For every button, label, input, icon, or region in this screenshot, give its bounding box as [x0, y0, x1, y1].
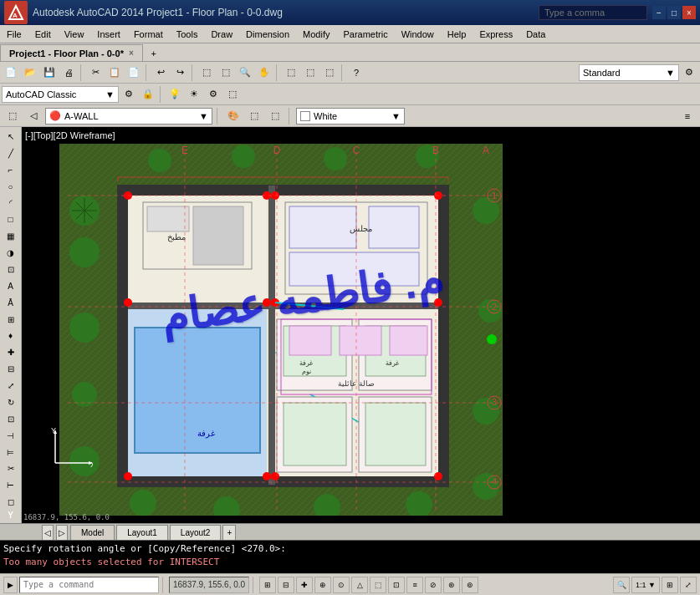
paste-button[interactable]: 📄 [125, 64, 143, 82]
layout2-tab[interactable]: Layout2 [170, 525, 222, 540]
layer-linetype-button[interactable]: ⬚ [245, 107, 263, 125]
otrack-button[interactable]: △ [351, 577, 368, 593]
undo-button[interactable]: ↩ [151, 64, 170, 82]
region-tool[interactable]: ⊡ [2, 262, 20, 277]
workspace-lock-button[interactable]: 🔒 [139, 85, 157, 104]
mirror-tool[interactable]: ⊣ [2, 428, 20, 444]
save-button[interactable]: 💾 [40, 64, 59, 82]
matchprop-button[interactable]: ⬚ [197, 64, 216, 82]
tab-close-button[interactable]: × [129, 48, 134, 58]
lineweight-button[interactable]: ≡ [406, 577, 423, 593]
scale-tool[interactable]: ⊡ [2, 411, 20, 427]
workspace-dropdown[interactable]: AutoCAD Classic ▼ [2, 86, 119, 103]
line-tool[interactable]: ╱ [2, 145, 20, 161]
plot-button[interactable]: ⬚ [301, 64, 319, 82]
copy-tool[interactable]: ⊟ [2, 361, 20, 377]
rectangle-tool[interactable]: □ [2, 211, 20, 227]
rotate-tool[interactable]: ↻ [2, 394, 20, 410]
text-tool[interactable]: A [2, 278, 20, 294]
hatch-tool[interactable]: ▦ [2, 228, 20, 244]
command-input-toggle[interactable]: ▶ [3, 577, 18, 593]
ortho-button[interactable]: ✚ [296, 577, 313, 593]
document-tab[interactable]: Project1 - Floor Plan - 0-0* × [0, 44, 143, 61]
ducs-button[interactable]: ⬚ [370, 577, 386, 593]
polar-button[interactable]: ⊕ [314, 577, 331, 593]
menu-dimension[interactable]: Dimension [239, 25, 296, 43]
snap-button[interactable]: ⊟ [278, 577, 294, 593]
canvas-area[interactable]: [-][Top][2D Wireframe] [22, 127, 700, 523]
layer-previous-button[interactable]: ◁ [24, 107, 43, 125]
layers-button[interactable]: ⬚ [223, 85, 242, 104]
pan-button[interactable]: ✋ [255, 64, 273, 82]
plotstyle-button[interactable]: ⬚ [282, 64, 300, 82]
extend-tool[interactable]: ⊢ [2, 477, 20, 493]
menu-data[interactable]: Data [519, 25, 552, 43]
menu-view[interactable]: View [58, 25, 91, 43]
add-layout-button[interactable]: + [222, 525, 236, 540]
pick-tool[interactable]: ↖ [2, 129, 20, 145]
copy-button[interactable]: 📋 [105, 64, 124, 82]
new-tab-button[interactable]: + [146, 46, 161, 61]
zoom-button[interactable]: 🔍 [236, 64, 254, 82]
grid-snap-button[interactable]: ⊞ [259, 577, 276, 593]
minimize-button[interactable]: − [652, 6, 666, 19]
menu-file[interactable]: File [0, 25, 28, 43]
layer-extra-button[interactable]: ≡ [678, 107, 697, 125]
annotation-scale-button[interactable]: 🔍 [613, 577, 630, 593]
redo-button[interactable]: ↪ [171, 64, 189, 82]
gear-button[interactable]: ⚙ [204, 85, 222, 104]
open-file-button[interactable]: 📂 [21, 64, 39, 82]
menu-parametric[interactable]: Parametric [336, 25, 394, 43]
menu-express[interactable]: Express [473, 25, 519, 43]
osnap-button[interactable]: ⊙ [333, 577, 350, 593]
layer-color-button[interactable]: 🎨 [224, 107, 243, 125]
workspace-switch[interactable]: ⊞ [662, 577, 678, 593]
menu-help[interactable]: Help [441, 25, 473, 43]
stretch-tool[interactable]: ⤢ [2, 378, 20, 394]
bulb-button[interactable]: 💡 [166, 85, 184, 104]
menu-format[interactable]: Format [127, 25, 170, 43]
tab-scroll-left[interactable]: ◁ [42, 525, 54, 540]
clean-screen-button[interactable]: ⤢ [680, 577, 697, 593]
close-button[interactable]: × [682, 6, 696, 19]
style-settings-button[interactable]: ⚙ [680, 64, 698, 82]
layer-lineweight-button[interactable]: ⬚ [266, 107, 284, 125]
transparency-button[interactable]: ⊘ [425, 577, 442, 593]
new-file-button[interactable]: 📄 [2, 64, 20, 82]
trim-tool[interactable]: ✂ [2, 461, 20, 477]
move-tool[interactable]: ✚ [2, 344, 20, 360]
render-button[interactable]: ⬚ [320, 64, 339, 82]
selcycling-button[interactable]: ⊚ [462, 577, 478, 593]
mtext-tool[interactable]: Ā [2, 295, 20, 311]
layer-dropdown[interactable]: 🔴 A-WALL ▼ [45, 108, 212, 125]
command-input[interactable] [19, 577, 159, 593]
maximize-button[interactable]: □ [667, 6, 681, 19]
autoscale-button[interactable]: ⬚ [217, 64, 235, 82]
sun-button[interactable]: ☀ [185, 85, 203, 104]
menu-insert[interactable]: Insert [90, 25, 127, 43]
viewport-scale[interactable]: 1:1 ▼ [631, 577, 660, 593]
print-button[interactable]: 🖨 [59, 64, 78, 82]
model-tab[interactable]: Model [70, 525, 115, 540]
style-dropdown[interactable]: Standard ▼ [579, 64, 679, 81]
circle-tool[interactable]: ○ [2, 179, 20, 195]
arc-tool[interactable]: ◜ [2, 196, 20, 211]
color-dropdown[interactable]: White ▼ [296, 108, 405, 125]
search-input[interactable] [539, 5, 647, 20]
gradient-tool[interactable]: ◑ [2, 245, 20, 261]
help-button[interactable]: ? [347, 64, 365, 82]
menu-edit[interactable]: Edit [28, 25, 58, 43]
qprops-button[interactable]: ⊛ [443, 577, 460, 593]
dyn-button[interactable]: ⊡ [388, 577, 405, 593]
menu-window[interactable]: Window [395, 25, 441, 43]
erase-tool[interactable]: ◻ [2, 494, 20, 510]
menu-modify[interactable]: Modify [296, 25, 336, 43]
insert-tool[interactable]: ⊞ [2, 312, 20, 328]
menu-tools[interactable]: Tools [170, 25, 205, 43]
tab-scroll-right[interactable]: ▷ [56, 525, 68, 540]
attdef-tool[interactable]: ♦ [2, 328, 20, 344]
offset-tool[interactable]: ⊨ [2, 445, 20, 460]
menu-draw[interactable]: Draw [204, 25, 239, 43]
workspace-settings-button[interactable]: ⚙ [120, 85, 138, 104]
layout1-tab[interactable]: Layout1 [116, 525, 168, 540]
